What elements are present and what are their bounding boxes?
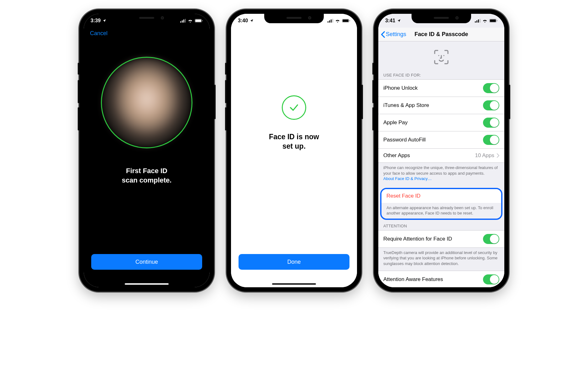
svg-rect-14 bbox=[475, 21, 476, 23]
about-faceid-privacy-link[interactable]: About Face ID & Privacy… bbox=[383, 176, 432, 181]
location-icon bbox=[102, 19, 106, 23]
svg-rect-19 bbox=[490, 19, 496, 22]
reset-highlight: Reset Face ID An alternate appearance ha… bbox=[380, 188, 502, 220]
page-title: Face ID & Passcode bbox=[414, 31, 468, 38]
toggle-require-attention[interactable] bbox=[483, 234, 499, 244]
row-password-autofill[interactable]: Password AutoFill bbox=[378, 131, 504, 149]
toggle-password-autofill[interactable] bbox=[483, 135, 499, 145]
svg-rect-10 bbox=[332, 19, 333, 23]
svg-rect-1 bbox=[182, 20, 183, 23]
setup-complete-message: Face ID is now set up. bbox=[231, 132, 357, 151]
row-iphone-unlock[interactable]: iPhone Unlock bbox=[378, 80, 504, 97]
nav-bar: Settings Face ID & Passcode bbox=[378, 28, 504, 41]
svg-rect-0 bbox=[180, 21, 181, 23]
toggle-itunes[interactable] bbox=[483, 100, 499, 110]
scan-complete-message: First Face ID scan complete. bbox=[84, 166, 210, 185]
wifi-icon bbox=[188, 19, 193, 23]
svg-rect-16 bbox=[478, 19, 479, 23]
phone-frame-2: 3:40 bbox=[227, 9, 361, 292]
status-time: 3:40 bbox=[238, 18, 248, 24]
battery-icon bbox=[489, 19, 497, 23]
svg-point-21 bbox=[438, 55, 439, 56]
svg-rect-17 bbox=[480, 19, 480, 23]
toggle-attention-aware[interactable] bbox=[483, 274, 499, 284]
svg-rect-13 bbox=[349, 20, 350, 21]
svg-rect-3 bbox=[185, 19, 186, 23]
svg-rect-15 bbox=[476, 20, 477, 23]
row-attention-aware[interactable]: Attention Aware Features bbox=[378, 271, 504, 287]
svg-rect-2 bbox=[183, 19, 184, 23]
use-section-footer: iPhone can recognize the unique, three-d… bbox=[378, 163, 504, 186]
location-icon bbox=[397, 19, 401, 23]
toggle-iphone-unlock[interactable] bbox=[483, 83, 499, 93]
wifi-icon bbox=[335, 19, 340, 23]
svg-rect-20 bbox=[497, 20, 497, 21]
svg-rect-12 bbox=[343, 19, 349, 22]
section-header-attention: ATTENTION bbox=[378, 222, 504, 230]
row-require-attention[interactable]: Require Attention for Face ID bbox=[378, 231, 504, 247]
row-reset-face-id[interactable]: Reset Face ID bbox=[381, 189, 501, 203]
status-time: 3:41 bbox=[385, 18, 395, 24]
location-icon bbox=[250, 19, 254, 23]
other-apps-count: 10 Apps bbox=[475, 152, 494, 159]
svg-rect-8 bbox=[329, 20, 330, 23]
phone-frame-1: 3:39 bbox=[79, 9, 214, 292]
section-header-use: USE FACE ID FOR: bbox=[378, 71, 504, 79]
success-check-icon bbox=[282, 95, 306, 120]
back-label: Settings bbox=[386, 31, 406, 38]
svg-point-22 bbox=[444, 55, 444, 56]
done-button[interactable]: Done bbox=[239, 254, 349, 270]
row-other-apps[interactable]: Other Apps 10 Apps bbox=[378, 149, 504, 162]
attention-footer: TrueDepth camera will provide an additio… bbox=[378, 248, 504, 271]
svg-rect-7 bbox=[328, 21, 328, 23]
cell-signal-icon bbox=[180, 19, 186, 23]
toggle-apple-pay[interactable] bbox=[483, 118, 499, 128]
battery-icon bbox=[195, 19, 203, 23]
cancel-button[interactable]: Cancel bbox=[90, 30, 108, 37]
chevron-right-icon bbox=[497, 153, 499, 158]
wifi-icon bbox=[482, 19, 487, 23]
home-indicator[interactable] bbox=[272, 283, 316, 285]
row-apple-pay[interactable]: Apple Pay bbox=[378, 114, 504, 131]
home-indicator[interactable] bbox=[125, 283, 169, 285]
reset-footer: An alternate appearance has already been… bbox=[381, 203, 501, 219]
continue-button[interactable]: Continue bbox=[91, 254, 202, 270]
face-id-icon bbox=[378, 41, 504, 71]
row-itunes[interactable]: iTunes & App Store bbox=[378, 97, 504, 114]
cell-signal-icon bbox=[328, 19, 333, 23]
back-button[interactable]: Settings bbox=[381, 28, 406, 41]
cell-signal-icon bbox=[475, 19, 480, 23]
svg-rect-5 bbox=[195, 19, 201, 22]
svg-rect-6 bbox=[202, 20, 203, 21]
face-scan-preview bbox=[102, 58, 192, 147]
phone-frame-3: 3:41 bbox=[374, 9, 509, 292]
battery-icon bbox=[342, 19, 350, 23]
svg-rect-9 bbox=[331, 19, 332, 23]
status-time: 3:39 bbox=[91, 18, 101, 24]
